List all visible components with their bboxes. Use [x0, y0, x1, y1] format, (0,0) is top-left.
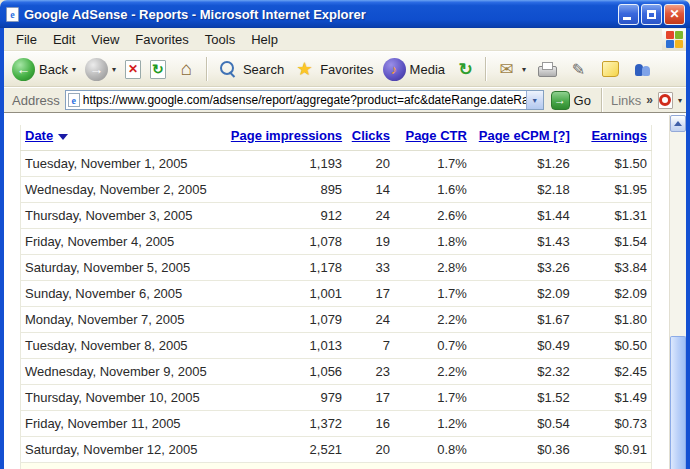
table-cell: 1,056	[221, 359, 346, 385]
table-row: Friday, November 4, 20051,078191.8%$1.43…	[21, 229, 652, 255]
menu-tools[interactable]: Tools	[197, 29, 243, 50]
table-row: Thursday, November 3, 2005912242.6%$1.44…	[21, 203, 652, 229]
search-button[interactable]: Search	[212, 56, 288, 83]
table-cell: 0.8%	[394, 437, 471, 463]
table-cell: 17	[346, 281, 394, 307]
table-cell: 1.7%	[394, 151, 471, 177]
print-icon	[535, 58, 558, 81]
table-cell: Thursday, November 3, 2005	[21, 203, 222, 229]
go-button[interactable]: → Go	[549, 91, 593, 110]
table-cell: $2.45	[574, 359, 652, 385]
toolbar-separator	[485, 57, 487, 81]
table-cell: Sunday, November 13, 2005	[21, 463, 222, 469]
table-row: Tuesday, November 8, 20051,01370.7%$0.49…	[21, 333, 652, 359]
table-cell: $1.99	[574, 463, 652, 469]
table-cell: 20	[346, 437, 394, 463]
table-cell: 2.2%	[394, 359, 471, 385]
adobe-pdf-icon[interactable]	[658, 92, 673, 109]
media-button[interactable]: Media	[379, 56, 449, 83]
back-label: Back	[39, 62, 68, 77]
table-cell: $0.54	[471, 411, 574, 437]
table-cell: 19	[346, 229, 394, 255]
refresh-button[interactable]	[146, 58, 170, 81]
scrollbar-thumb[interactable]	[670, 336, 686, 469]
table-cell: 1,001	[221, 281, 346, 307]
table-cell: 1,078	[221, 229, 346, 255]
table-cell: $1.49	[574, 385, 652, 411]
table-cell: $1.31	[574, 203, 652, 229]
table-cell: $1.80	[574, 307, 652, 333]
menu-edit[interactable]: Edit	[45, 29, 83, 50]
table-cell: $2.09	[471, 281, 574, 307]
address-input[interactable]: https://www.google.com/adsense/report/ag…	[83, 93, 526, 107]
menu-help[interactable]: Help	[243, 29, 286, 50]
chevron-down-icon[interactable]: ▾	[112, 65, 116, 74]
links-overflow-chevron[interactable]: »	[646, 93, 653, 107]
table-cell: $1.50	[574, 151, 652, 177]
table-cell: 2,521	[221, 437, 346, 463]
column-header-date[interactable]: Date	[21, 125, 222, 151]
table-cell: 0.9%	[394, 463, 471, 469]
table-row: Friday, November 11, 20051,372161.2%$0.5…	[21, 411, 652, 437]
table-cell: Friday, November 4, 2005	[21, 229, 222, 255]
favorites-icon	[293, 58, 316, 81]
table-cell: 2,273	[221, 463, 346, 469]
table-cell: Wednesday, November 9, 2005	[21, 359, 222, 385]
stop-button[interactable]	[121, 58, 145, 81]
vertical-scrollbar[interactable]	[669, 115, 686, 469]
column-header-clicks[interactable]: Clicks	[346, 125, 394, 151]
table-row: Sunday, November 6, 20051,001171.7%$2.09…	[21, 281, 652, 307]
menu-file[interactable]: File	[8, 29, 45, 50]
report-table: DatePage impressionsClicksPage CTRPage e…	[20, 125, 652, 469]
scroll-up-button[interactable]	[670, 115, 686, 132]
table-cell: 1,193	[221, 151, 346, 177]
column-header-earnings[interactable]: Earnings	[574, 125, 652, 151]
close-button[interactable]: ✕	[664, 4, 685, 25]
table-cell: $1.44	[471, 203, 574, 229]
forward-button[interactable]: ▾	[81, 56, 120, 83]
favorites-button[interactable]: Favorites	[289, 56, 377, 83]
history-button[interactable]	[450, 56, 481, 83]
table-cell: $0.36	[471, 437, 574, 463]
table-row: Thursday, November 10, 2005979171.7%$1.5…	[21, 385, 652, 411]
menu-view[interactable]: View	[83, 29, 127, 50]
table-cell: $3.26	[471, 255, 574, 281]
maximize-button[interactable]	[641, 4, 662, 25]
table-cell: 1.8%	[394, 229, 471, 255]
column-header-page-ctr[interactable]: Page CTR	[394, 125, 471, 151]
back-button[interactable]: Back▾	[8, 56, 80, 83]
titlebar[interactable]: e Google AdSense - Reports - Microsoft I…	[0, 0, 690, 28]
table-cell: 33	[346, 255, 394, 281]
chevron-down-icon[interactable]: ▾	[72, 65, 76, 74]
table-cell: 912	[221, 203, 346, 229]
edit-button[interactable]	[563, 56, 594, 83]
table-cell: 1,013	[221, 333, 346, 359]
address-combo[interactable]: e https://www.google.com/adsense/report/…	[65, 90, 544, 110]
column-header-page-ecpm[interactable]: Page eCPM [?]	[471, 125, 574, 151]
table-row: Saturday, November 12, 20052,521200.8%$0…	[21, 437, 652, 463]
table-cell: $1.52	[471, 385, 574, 411]
menu-favorites[interactable]: Favorites	[127, 29, 196, 50]
chevron-down-icon[interactable]: ▾	[678, 96, 682, 105]
address-bar: Address e https://www.google.com/adsense…	[4, 87, 686, 112]
home-button[interactable]	[171, 56, 202, 83]
table-cell: 979	[221, 385, 346, 411]
messenger-button[interactable]	[627, 56, 658, 83]
forward-icon	[85, 58, 108, 81]
chevron-down-icon[interactable]: ▾	[522, 65, 526, 74]
mail-button[interactable]: ▾	[491, 56, 530, 83]
table-row: Saturday, November 5, 20051,178332.8%$3.…	[21, 255, 652, 281]
sort-desc-icon	[58, 134, 68, 140]
edit-icon	[567, 58, 590, 81]
table-row: Monday, November 7, 20051,079242.2%$1.67…	[21, 307, 652, 333]
address-dropdown-button[interactable]	[526, 91, 543, 109]
column-header-page-impressions[interactable]: Page impressions	[221, 125, 346, 151]
discuss-button[interactable]	[595, 56, 626, 83]
table-cell: $1.26	[471, 151, 574, 177]
close-icon: ✕	[669, 8, 679, 20]
minimize-icon	[623, 17, 631, 20]
minimize-button[interactable]	[618, 4, 639, 25]
links-label[interactable]: Links	[611, 93, 641, 108]
toolbar-separator	[206, 57, 208, 81]
print-button[interactable]	[531, 56, 562, 83]
